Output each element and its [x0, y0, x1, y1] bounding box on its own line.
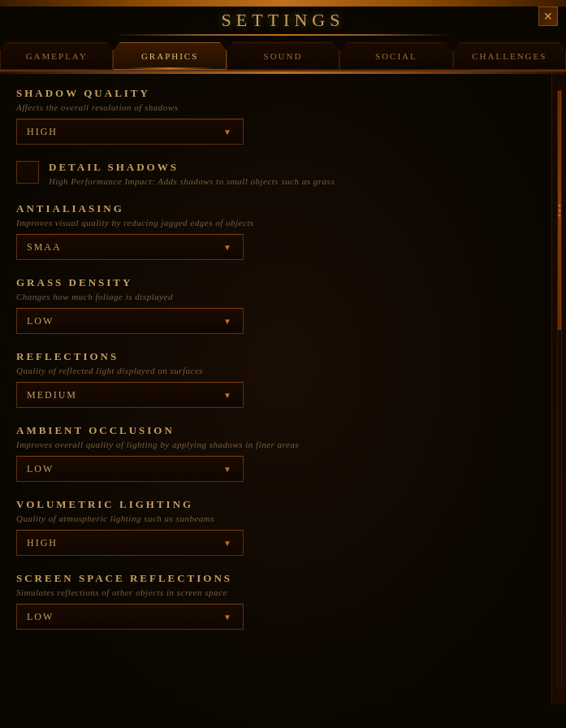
shadow-quality-arrow: ▼ [223, 128, 233, 136]
tab-graphics[interactable]: Graphics [113, 42, 226, 70]
tab-sound[interactable]: Sound [227, 42, 339, 70]
ambient-occlusion-value: Low [27, 463, 54, 475]
tab-challenges[interactable]: Challenges [453, 42, 566, 70]
grass-density-desc: Changes how much foliage is displayed [16, 292, 535, 301]
tab-social[interactable]: Social [339, 42, 452, 70]
shadow-quality-label: Shadow Quality [16, 87, 535, 100]
antialiasing-dropdown[interactable]: SMAA ▼ [16, 234, 244, 260]
screen-space-reflections-desc: Simulates reflections of other objects i… [16, 587, 535, 597]
grass-density-arrow: ▼ [223, 317, 233, 326]
reflections-dropdown[interactable]: Medium ▼ [16, 382, 244, 408]
screen-space-reflections-arrow: ▼ [223, 613, 233, 622]
reflections-setting: Reflections Quality of reflected light d… [16, 350, 535, 408]
tab-bar: Gameplay Graphics Sound Social Challenge… [0, 42, 566, 72]
detail-shadows-label: Detail Shadows [49, 161, 335, 174]
reflections-arrow: ▼ [223, 391, 233, 400]
reflections-label: Reflections [16, 350, 535, 363]
volumetric-lighting-arrow: ▼ [223, 539, 233, 548]
shadow-quality-desc: Affects the overall resolution of shadow… [16, 102, 535, 112]
page-title: Settings [222, 10, 345, 30]
scrollbar[interactable] [551, 74, 566, 704]
tab-deco [0, 72, 566, 74]
screen-space-reflections-value: Low [27, 611, 54, 623]
antialiasing-arrow: ▼ [223, 243, 233, 252]
shadow-quality-dropdown[interactable]: High ▼ [16, 119, 244, 145]
header: Settings ✕ [0, 0, 566, 42]
antialiasing-setting: Antialiasing Improves visual quality by … [16, 202, 535, 260]
settings-list[interactable]: Shadow Quality Affects the overall resol… [0, 74, 551, 704]
screen-space-reflections-setting: Screen Space Reflections Simulates refle… [16, 572, 535, 630]
volumetric-lighting-desc: Quality of atmospheric lighting such as … [16, 514, 535, 523]
scrollbar-thumb[interactable] [558, 91, 561, 330]
reflections-value: Medium [27, 389, 77, 401]
grass-density-value: Low [27, 315, 54, 327]
screen-space-reflections-label: Screen Space Reflections [16, 572, 535, 585]
shadow-quality-value: High [27, 126, 58, 138]
close-button[interactable]: ✕ [538, 6, 558, 26]
grass-density-setting: Grass Density Changes how much foliage i… [16, 276, 535, 334]
grass-density-label: Grass Density [16, 276, 535, 289]
antialiasing-desc: Improves visual quality by reducing jagg… [16, 218, 535, 228]
detail-shadows-setting: Detail Shadows High Performance Impact: … [16, 161, 535, 186]
detail-shadows-checkbox[interactable] [16, 161, 39, 184]
volumetric-lighting-label: Volumetric Lighting [16, 498, 535, 511]
volumetric-lighting-setting: Volumetric Lighting Quality of atmospher… [16, 498, 535, 556]
ambient-occlusion-arrow: ▼ [223, 465, 233, 474]
antialiasing-label: Antialiasing [16, 202, 535, 215]
header-deco [113, 34, 452, 36]
antialiasing-value: SMAA [27, 241, 62, 254]
ambient-occlusion-desc: Improves overall quality of lighting by … [16, 440, 535, 449]
ambient-occlusion-label: Ambient Occlusion [16, 424, 535, 437]
detail-shadows-desc: High Performance Impact: Adds shadows to… [49, 176, 335, 186]
grass-density-dropdown[interactable]: Low ▼ [16, 308, 244, 334]
volumetric-lighting-dropdown[interactable]: High ▼ [16, 530, 244, 556]
volumetric-lighting-value: High [27, 537, 58, 549]
ambient-occlusion-dropdown[interactable]: Low ▼ [16, 456, 244, 482]
content-area: Shadow Quality Affects the overall resol… [0, 74, 566, 704]
ambient-occlusion-setting: Ambient Occlusion Improves overall quali… [16, 424, 535, 482]
scrollbar-track [557, 90, 562, 688]
shadow-quality-setting: Shadow Quality Affects the overall resol… [16, 87, 535, 145]
tab-gameplay[interactable]: Gameplay [0, 42, 113, 70]
screen-space-reflections-dropdown[interactable]: Low ▼ [16, 604, 244, 630]
reflections-desc: Quality of reflected light displayed on … [16, 366, 535, 375]
scrollbar-grip [558, 204, 560, 216]
